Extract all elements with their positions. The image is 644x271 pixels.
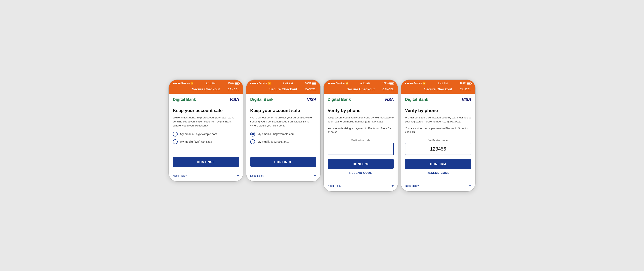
need-help-1[interactable]: Need Help? bbox=[173, 174, 187, 177]
screen-title-2: Keep your account safe bbox=[250, 108, 316, 113]
wifi-icon-3: 📶 bbox=[346, 82, 348, 85]
card-header-2: Digital Bank VISA bbox=[246, 94, 320, 104]
battery-pct-3: 100% bbox=[382, 82, 388, 85]
radio-email-2[interactable]: My email a...b@example.com bbox=[250, 132, 316, 137]
dot5 bbox=[179, 83, 180, 84]
bank-name-3: Digital Bank bbox=[328, 97, 351, 102]
time-3: 9:41 AM bbox=[360, 82, 370, 85]
battery-icon-3 bbox=[389, 82, 394, 85]
signal-dots-3 bbox=[328, 83, 335, 84]
dot3 bbox=[408, 83, 410, 84]
time-1: 9:41 AM bbox=[206, 82, 215, 85]
screen-desc-3b: You are authorizing a payment to Electro… bbox=[328, 126, 394, 135]
battery-icon-2 bbox=[312, 82, 316, 85]
screen-content-4: Verify by phone We just sent you a verif… bbox=[401, 104, 475, 181]
signal-dots-4 bbox=[405, 83, 413, 84]
dot1 bbox=[405, 83, 406, 84]
screen-3: Service 📶 9:41 AM 100% Secure Checkout C… bbox=[324, 80, 398, 191]
radio-label-mobile-1: My mobile (123) xxx-xx12 bbox=[180, 140, 212, 143]
screen-2: Service 📶 9:41 AM 100% Secure Checkout C… bbox=[246, 80, 320, 181]
signal-dots-2 bbox=[250, 83, 258, 84]
cancel-button-2[interactable]: CANCEL bbox=[305, 88, 316, 91]
nav-title-3: Secure Checkout bbox=[347, 87, 375, 91]
battery-fill-2 bbox=[312, 83, 316, 84]
wifi-icon-1: 📶 bbox=[191, 82, 194, 85]
radio-circle-email-1 bbox=[173, 132, 178, 137]
nav-bar-2: Secure Checkout CANCEL bbox=[246, 86, 320, 94]
visa-logo-3: VISA bbox=[384, 97, 394, 102]
radio-circle-mobile-1 bbox=[173, 139, 178, 144]
nav-title-1: Secure Checkout bbox=[192, 87, 220, 91]
dot1 bbox=[173, 83, 174, 84]
status-bar-1: Service 📶 9:41 AM 100% bbox=[169, 80, 243, 86]
battery-pct-4: 100% bbox=[460, 82, 466, 85]
cancel-button-1[interactable]: CANCEL bbox=[228, 88, 239, 91]
screen-desc-4b: You are authorizing a payment to Electro… bbox=[405, 126, 471, 135]
bank-name-1: Digital Bank bbox=[173, 97, 196, 102]
card-header-3: Digital Bank VISA bbox=[324, 94, 398, 104]
plus-icon-1[interactable]: + bbox=[236, 173, 239, 178]
nav-bar-4: Secure Checkout CANCEL bbox=[401, 86, 475, 94]
status-left-3: Service 📶 bbox=[328, 82, 348, 85]
dot4 bbox=[410, 83, 411, 84]
service-label-2: Service bbox=[259, 82, 267, 85]
plus-icon-4[interactable]: + bbox=[469, 183, 471, 188]
wifi-icon-2: 📶 bbox=[268, 82, 271, 85]
dot4 bbox=[255, 83, 256, 84]
battery-bar-1 bbox=[234, 82, 239, 85]
dot3 bbox=[331, 83, 332, 84]
service-label-1: Service bbox=[181, 82, 190, 85]
confirm-button-4[interactable]: CONFIRM bbox=[405, 159, 471, 169]
plus-icon-2[interactable]: + bbox=[314, 173, 316, 178]
confirm-button-3[interactable]: CONFIRM bbox=[328, 159, 394, 169]
visa-logo-1: VISA bbox=[230, 97, 239, 102]
footer-1: Need Help? + bbox=[169, 171, 243, 181]
dot4 bbox=[332, 83, 334, 84]
plus-icon-3[interactable]: + bbox=[391, 183, 394, 188]
verification-label-3: Verification code bbox=[328, 139, 394, 142]
status-left-2: Service 📶 bbox=[250, 82, 271, 85]
screen-desc-4a: We just sent you a verification code by … bbox=[405, 116, 471, 124]
resend-button-3[interactable]: RESEND CODE bbox=[328, 169, 394, 177]
verification-half-right-3[interactable] bbox=[392, 143, 394, 155]
cancel-button-3[interactable]: CANCEL bbox=[382, 88, 394, 91]
visa-logo-2: VISA bbox=[307, 97, 316, 102]
visa-logo-4: VISA bbox=[462, 97, 471, 102]
footer-2: Need Help? + bbox=[246, 171, 320, 181]
dot2 bbox=[406, 83, 408, 84]
continue-button-1[interactable]: CONTINUE bbox=[173, 157, 239, 167]
dot1 bbox=[328, 83, 329, 84]
screen-desc-2: We're almost done. To protect your purch… bbox=[250, 116, 316, 128]
verification-half-left-3[interactable] bbox=[328, 143, 392, 155]
radio-mobile-2[interactable]: My mobile (123) xxx-xx12 bbox=[250, 139, 316, 144]
cancel-button-4[interactable]: CANCEL bbox=[460, 88, 471, 91]
radio-email-1[interactable]: My email a...b@example.com bbox=[173, 132, 239, 137]
dot5 bbox=[257, 83, 258, 84]
need-help-4[interactable]: Need Help? bbox=[405, 184, 419, 187]
dot3 bbox=[254, 83, 255, 84]
dot3 bbox=[176, 83, 177, 84]
verification-filled-4[interactable]: 123456 bbox=[405, 143, 471, 155]
radio-circle-email-2 bbox=[250, 132, 255, 137]
radio-group-1: My email a...b@example.com My mobile (12… bbox=[173, 132, 239, 144]
screen-1: Service 📶 9:41 AM 100% Secure Checkout C… bbox=[169, 80, 243, 181]
need-help-2[interactable]: Need Help? bbox=[250, 174, 264, 177]
status-bar-3: Service 📶 9:41 AM 100% bbox=[324, 80, 398, 86]
status-bar-2: Service 📶 9:41 AM 100% bbox=[246, 80, 320, 86]
need-help-3[interactable]: Need Help? bbox=[328, 184, 342, 187]
radio-circle-mobile-2 bbox=[250, 139, 255, 144]
dot4 bbox=[178, 83, 179, 84]
verification-label-4: Verification code bbox=[405, 139, 471, 142]
screens-container: Service 📶 9:41 AM 100% Secure Checkout C… bbox=[169, 80, 475, 191]
radio-label-email-1: My email a...b@example.com bbox=[180, 132, 217, 136]
screen-content-1: Keep your account safe We're almost done… bbox=[169, 104, 243, 171]
bank-name-4: Digital Bank bbox=[405, 97, 428, 102]
continue-button-2[interactable]: CONTINUE bbox=[250, 157, 316, 167]
dot2 bbox=[174, 83, 176, 84]
resend-button-4[interactable]: RESEND CODE bbox=[405, 169, 471, 177]
dot2 bbox=[252, 83, 253, 84]
radio-mobile-1[interactable]: My mobile (123) xxx-xx12 bbox=[173, 139, 239, 144]
nav-bar-1: Secure Checkout CANCEL bbox=[169, 86, 243, 94]
service-label-4: Service bbox=[414, 82, 422, 85]
verification-input-3[interactable] bbox=[328, 143, 394, 155]
